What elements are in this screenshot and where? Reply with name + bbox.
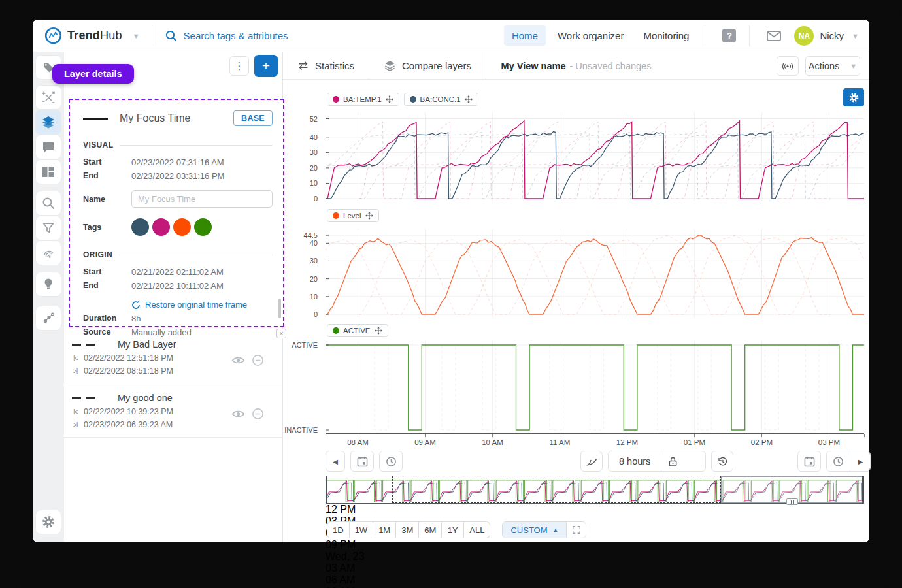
sidebar-item-fingerprint[interactable] [35, 240, 61, 265]
lightbulb-icon [43, 278, 54, 291]
chart-active[interactable] [326, 341, 864, 433]
remove-layer-icon[interactable] [252, 408, 264, 420]
range-button-1w[interactable]: 1W [350, 521, 374, 538]
range-button-3m[interactable]: 3M [396, 521, 419, 538]
lock-duration-button[interactable] [661, 451, 684, 471]
y-tick-label: INACTIVE [284, 426, 318, 434]
compare-trends-button[interactable] [580, 451, 603, 472]
user-menu[interactable]: NA Nicky ▼ [794, 26, 869, 46]
search-input[interactable] [184, 30, 399, 41]
nav-monitoring[interactable]: Monitoring [635, 25, 697, 46]
start-calendar-button[interactable] [350, 451, 374, 472]
history-button[interactable] [711, 451, 733, 472]
brand-chevron-down-icon[interactable]: ▼ [133, 32, 140, 40]
sidebar-item-search[interactable] [35, 191, 61, 216]
range-button-1m[interactable]: 1M [373, 521, 396, 538]
sidebar-item-calculations[interactable] [35, 85, 61, 110]
context-overview[interactable] [326, 476, 864, 503]
y-tick-label: 20 [310, 164, 318, 172]
expand-icon[interactable] [566, 522, 586, 538]
layer-name: My Bad Layer [118, 339, 176, 350]
pan-right-button[interactable]: ▶ [850, 451, 870, 471]
origin-start-label: Start [83, 267, 131, 277]
duration-button[interactable]: 8 hours [609, 451, 661, 471]
card-scrollbar[interactable] [278, 299, 281, 318]
layer-list-item[interactable]: My good one I<02/22/2022 10:39:23 PM >I0… [64, 384, 282, 438]
custom-range-button[interactable]: CUSTOM▲ [503, 522, 566, 538]
time-tick-label: 03 AM [326, 563, 355, 574]
range-button-1y[interactable]: 1Y [442, 521, 464, 538]
panel-kebab-menu-button[interactable]: ⋮ [229, 56, 249, 76]
brand-name: TrendHub [67, 29, 122, 42]
dashboard-icon [42, 166, 55, 178]
layers-panel: ⋮ + Layer details My Focus Time BASE VIS… [64, 52, 283, 542]
chart2-legend: Level [327, 209, 379, 222]
help-button[interactable]: ? [713, 20, 745, 52]
move-icon[interactable] [375, 327, 382, 335]
sidebar-item-recommendations[interactable] [35, 272, 61, 297]
legend-chip-level[interactable]: Level [327, 209, 379, 222]
range-button-6m[interactable]: 6M [419, 521, 442, 538]
nav-work-organizer[interactable]: Work organizer [550, 25, 631, 46]
inbox-button[interactable] [758, 20, 790, 52]
global-search[interactable] [165, 30, 399, 42]
base-button[interactable]: BASE [233, 110, 273, 126]
visual-end-label: End [83, 171, 131, 181]
tag-color-green[interactable] [194, 218, 212, 236]
restore-time-frame-link[interactable]: Restore original time frame [131, 300, 273, 310]
time-controls: ◀ 8 hours [326, 451, 864, 472]
sidebar-item-filters[interactable] [35, 216, 61, 240]
overview-right-handle[interactable] [862, 476, 864, 503]
move-icon[interactable] [465, 95, 473, 103]
range-button-all[interactable]: ALL [464, 521, 490, 538]
eye-icon[interactable] [231, 355, 245, 365]
sidebar-item-layers[interactable] [35, 110, 61, 135]
sidebar-item-data-points[interactable] [35, 306, 61, 331]
sidebar-item-settings[interactable] [35, 510, 61, 534]
sidebar-item-comments[interactable] [35, 135, 61, 159]
legend-chip-active[interactable]: ACTIVE [327, 324, 388, 337]
actions-button[interactable]: Actions▼ [805, 56, 860, 76]
filter-icon [42, 222, 54, 234]
user-chevron-down-icon: ▼ [852, 32, 859, 40]
end-time-button[interactable] [827, 451, 850, 471]
legend-chip-ba-temp[interactable]: BA:TEMP.1 [327, 93, 399, 106]
chart-level[interactable] [326, 229, 864, 317]
tag-color-orange[interactable] [173, 218, 191, 236]
layer-range-box[interactable] [392, 476, 721, 503]
close-icon[interactable]: × [276, 329, 286, 338]
overview-left-handle[interactable] [326, 476, 327, 503]
tag-color-pink[interactable] [152, 218, 170, 236]
start-time-button[interactable] [379, 451, 403, 472]
time-tick-label: 02 PM [751, 438, 773, 446]
brand-logo[interactable]: TrendHub ▼ [33, 27, 140, 44]
focus-window-drag-handle[interactable] [786, 498, 798, 505]
main-area: Statistics Compare layers My View name- … [283, 52, 869, 542]
calendar-icon [357, 456, 368, 467]
compare-layers-button[interactable]: Compare layers [369, 52, 486, 80]
y-tick-label: 20 [310, 275, 318, 283]
custom-range-group: CUSTOM▲ [502, 521, 586, 538]
move-icon[interactable] [365, 212, 373, 220]
legend-chip-ba-conc[interactable]: BA:CONC.1 [404, 93, 478, 106]
chart-temp-conc[interactable] [326, 112, 864, 201]
statistics-button[interactable]: Statistics [283, 52, 369, 80]
eye-icon[interactable] [231, 409, 245, 419]
remove-layer-icon[interactable] [252, 354, 264, 367]
nav-home[interactable]: Home [504, 25, 546, 46]
pan-left-button[interactable]: ◀ [326, 451, 345, 472]
layer-list-item[interactable]: My Bad Layer I<02/22/2022 12:51:18 PM >I… [64, 331, 282, 384]
live-mode-button[interactable] [777, 56, 799, 76]
tag-color-blue[interactable] [131, 218, 149, 236]
end-calendar-button[interactable] [797, 451, 821, 472]
chart-settings-button[interactable] [843, 88, 864, 106]
range-button-1d[interactable]: 1D [327, 521, 350, 538]
user-name: Nicky [820, 30, 844, 41]
start-marker-icon: I< [73, 355, 84, 362]
focus-window[interactable] [721, 476, 864, 503]
layer-name-input[interactable] [131, 190, 273, 208]
add-layer-button[interactable]: + [254, 55, 278, 77]
sidebar-item-dashboards[interactable] [35, 159, 61, 184]
move-icon[interactable] [386, 95, 393, 103]
gear-icon [848, 92, 860, 103]
